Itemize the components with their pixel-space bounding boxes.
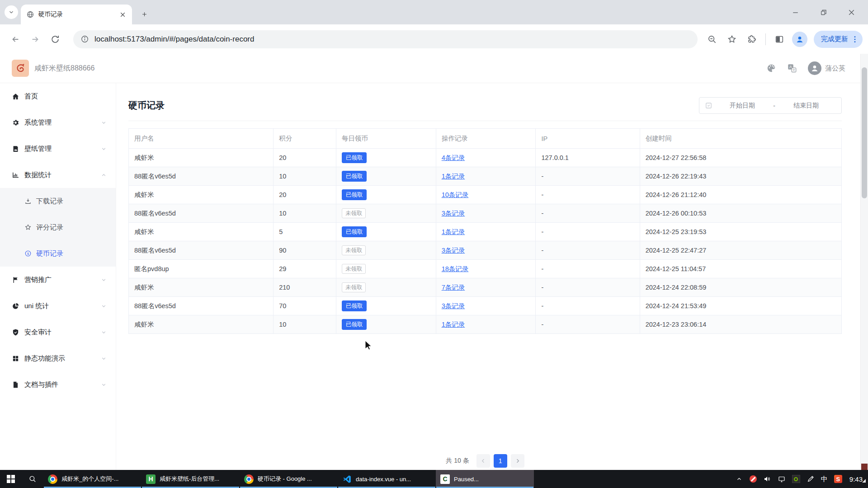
chevron-down-icon: [101, 146, 107, 152]
flag-icon: [12, 276, 19, 284]
ime-indicator[interactable]: 中: [821, 475, 828, 483]
records-link[interactable]: 7条记录: [442, 284, 465, 291]
user-menu[interactable]: 蒲公英: [808, 61, 845, 75]
next-page-button[interactable]: [511, 454, 524, 468]
taskbar-search-button[interactable]: [22, 470, 43, 488]
sogou-tray-icon[interactable]: S: [834, 475, 842, 483]
cell-records: 7条记录: [436, 278, 536, 297]
records-link[interactable]: 10条记录: [442, 191, 469, 198]
claim-status-tag: 已领取: [342, 171, 367, 182]
taskbar-button-4[interactable]: CPaused...: [436, 470, 534, 488]
taskbar-button-1[interactable]: H咸虾米壁纸-后台管理...: [142, 470, 240, 488]
table-row: 咸虾米10已领取1条记录-2024-12-23 23:06:14: [129, 315, 842, 334]
qq-tray-icon[interactable]: [750, 475, 757, 483]
records-link[interactable]: 18条记录: [442, 265, 469, 272]
taskbar-button-3[interactable]: data-index.vue - un...: [338, 470, 436, 488]
sidebar-item-10[interactable]: 静态功能演示: [0, 345, 116, 371]
sidebar-subitem-6[interactable]: $硬币记录: [0, 240, 116, 267]
cell-created-at: 2024-12-24 21:53:49: [640, 297, 841, 315]
sidebar-item-2[interactable]: 壁纸管理: [0, 136, 116, 162]
taskbar-button-0[interactable]: 咸虾米_的个人空间-...: [43, 470, 142, 488]
network-icon[interactable]: [778, 475, 786, 483]
records-link[interactable]: 1条记录: [442, 228, 465, 235]
sidebar-item-3[interactable]: 数据统计: [0, 162, 116, 188]
cell-points: 5: [274, 223, 336, 241]
nvidia-tray-icon[interactable]: [792, 475, 800, 483]
side-panel-button[interactable]: [769, 29, 789, 49]
username-value: 匿名pvd8up: [134, 265, 169, 272]
sidebar-item-9[interactable]: 安全审计: [0, 319, 116, 345]
browser-profile-button[interactable]: [792, 32, 807, 47]
points-value: 70: [279, 302, 286, 310]
claim-status-tag: 已领取: [342, 152, 367, 164]
records-link[interactable]: 3条记录: [442, 247, 465, 254]
taskbar-button-label: 咸虾米_的个人空间-...: [61, 475, 118, 483]
url-bar[interactable]: localhost:5173/admin/#/pages/data/coin-r…: [73, 30, 698, 48]
sidebar-item-11[interactable]: 文档与插件: [0, 371, 116, 398]
sidebar-item-7[interactable]: 营销推广: [0, 267, 116, 293]
browser-scrollbar[interactable]: [860, 54, 868, 470]
app-logo[interactable]: [12, 60, 29, 77]
translate-icon[interactable]: A文: [787, 63, 797, 73]
chevron-down-icon: [101, 120, 107, 126]
sidebar-item-0[interactable]: 首页: [0, 83, 116, 109]
sidebar-subitem-5[interactable]: 评分记录: [0, 214, 116, 240]
records-link[interactable]: 1条记录: [442, 173, 465, 180]
clock[interactable]: 9:43: [849, 475, 863, 483]
sidebar-subitem-4[interactable]: 下载记录: [0, 188, 116, 214]
sidebar-item-label: 文档与插件: [24, 380, 101, 389]
records-link[interactable]: 3条记录: [442, 210, 465, 217]
restore-button[interactable]: [809, 0, 837, 24]
browser-tab[interactable]: 硬币记录: [21, 5, 132, 24]
taskbar-button-label: Paused...: [454, 476, 479, 483]
claim-status-tag: 未领取: [342, 208, 366, 219]
prev-page-button[interactable]: [476, 454, 490, 468]
cell-username: 咸虾米: [129, 223, 274, 241]
pen-icon[interactable]: [807, 475, 815, 483]
taskbar-button-2[interactable]: 硬币记录 - Google ...: [240, 470, 338, 488]
created-at-value: 2024-12-27 22:56:58: [646, 154, 707, 161]
table-row: 88匿名v6es5d10未领取3条记录-2024-12-26 00:10:53: [129, 204, 842, 223]
calendar-icon: [705, 102, 712, 109]
start-date-input[interactable]: 开始日期: [712, 102, 772, 110]
extensions-icon: [747, 34, 757, 44]
close-button[interactable]: [837, 0, 865, 24]
tab-close-icon[interactable]: [119, 11, 127, 19]
theme-palette-icon[interactable]: [766, 63, 776, 73]
tray-expand-button[interactable]: [735, 475, 743, 483]
reload-button[interactable]: [45, 29, 65, 49]
table-row: 88匿名v6es5d70已领取3条记录-2024-12-24 21:53:49: [129, 297, 842, 315]
page-number-button[interactable]: 1: [494, 454, 507, 468]
shield-icon: [12, 328, 19, 336]
records-link[interactable]: 1条记录: [442, 321, 465, 328]
date-range-picker[interactable]: 开始日期 - 结束日期: [699, 97, 842, 114]
forward-button[interactable]: [25, 29, 45, 49]
info-icon[interactable]: [80, 35, 89, 43]
cell-created-at: 2024-12-23 23:06:14: [640, 315, 841, 334]
sidebar-item-8[interactable]: uni 统计: [0, 293, 116, 319]
minimize-button[interactable]: [781, 0, 809, 24]
volume-icon[interactable]: [763, 475, 771, 483]
taskbar-button-label: data-index.vue - un...: [356, 476, 411, 483]
end-date-input[interactable]: 结束日期: [776, 102, 836, 110]
sidebar-item-1[interactable]: 系统管理: [0, 109, 116, 136]
side-panel-icon: [774, 34, 784, 44]
records-link[interactable]: 3条记录: [442, 302, 465, 310]
created-at-value: 2024-12-23 23:06:14: [646, 321, 707, 328]
tab-search-button[interactable]: [5, 5, 18, 19]
records-link[interactable]: 4条记录: [442, 154, 465, 161]
back-button[interactable]: [5, 29, 25, 49]
cell-ip: -: [536, 260, 640, 278]
show-desktop-corner[interactable]: [862, 479, 866, 483]
column-header: 用户名: [129, 129, 274, 149]
zoom-out-button[interactable]: [702, 29, 722, 49]
chevron-down-icon: [8, 9, 14, 15]
extensions-button[interactable]: [742, 29, 762, 49]
bookmark-button[interactable]: [722, 29, 742, 49]
start-button[interactable]: [0, 470, 22, 488]
scrollbar-thumb[interactable]: [862, 67, 867, 198]
chrome-update-menu-button[interactable]: 完成更新: [814, 31, 863, 48]
cell-points: 90: [274, 241, 336, 260]
new-tab-button[interactable]: [137, 7, 151, 21]
sidebar-item-label: 系统管理: [24, 118, 101, 127]
